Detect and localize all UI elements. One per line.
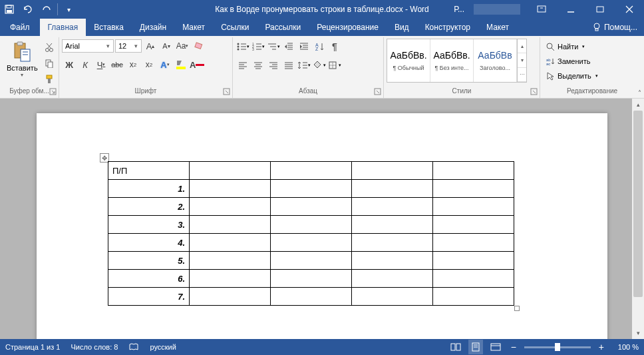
dialog-launcher-icon[interactable] [223, 88, 231, 96]
table-cell[interactable] [433, 180, 514, 198]
shading-button[interactable]: ▾ [312, 58, 327, 73]
table-cell[interactable] [190, 234, 271, 252]
clear-formatting-button[interactable] [191, 39, 206, 53]
table-cell[interactable]: 3. [108, 216, 190, 234]
ribbon-options-button[interactable] [527, 0, 556, 19]
tab-view[interactable]: Вид [387, 19, 417, 36]
text-effects-button[interactable]: A▾ [158, 57, 172, 72]
table-cell[interactable]: 6. [108, 270, 190, 288]
tab-insert[interactable]: Вставка [86, 19, 132, 36]
table-cell[interactable] [271, 234, 352, 252]
table-cell[interactable] [271, 252, 352, 270]
collapse-ribbon-button[interactable]: ˄ [638, 89, 641, 97]
tab-references[interactable]: Ссылки [213, 19, 257, 36]
table-cell[interactable]: 2. [108, 198, 190, 216]
table-cell[interactable]: 7. [108, 288, 190, 306]
table-cell[interactable] [352, 288, 433, 306]
sort-button[interactable]: AZ [312, 39, 327, 54]
table-cell[interactable] [190, 162, 271, 180]
chevron-up-icon[interactable]: ▴ [518, 39, 526, 53]
word-count-status[interactable]: Число слов: 8 [71, 343, 118, 351]
chevron-down-icon[interactable]: ▾ [518, 53, 526, 67]
line-spacing-button[interactable]: ▾ [297, 58, 311, 73]
table-cell[interactable]: 5. [108, 252, 190, 270]
bold-button[interactable]: Ж [62, 57, 77, 72]
select-button[interactable]: Выделить▾ [546, 69, 598, 83]
zoom-slider[interactable] [524, 346, 591, 348]
table-cell[interactable] [190, 216, 271, 234]
table-cell[interactable] [352, 162, 433, 180]
tab-home[interactable]: Главная [40, 19, 86, 36]
table-cell[interactable] [433, 198, 514, 216]
table-cell[interactable] [271, 162, 352, 180]
decrease-indent-button[interactable] [281, 39, 296, 54]
zoom-slider-thumb[interactable] [555, 343, 560, 351]
cut-button[interactable] [42, 40, 57, 55]
tell-me-help[interactable]: Помощ... [585, 19, 644, 36]
styles-scroll[interactable]: ▴▾⋯ [517, 39, 526, 82]
table-cell[interactable] [271, 216, 352, 234]
bullets-button[interactable]: ▾ [236, 39, 250, 54]
minimize-button[interactable] [556, 0, 585, 19]
table-cell[interactable] [271, 288, 352, 306]
table-cell[interactable] [433, 288, 514, 306]
table-cell[interactable] [190, 180, 271, 198]
paste-button[interactable]: Вставить ▾ [3, 39, 42, 79]
replace-button[interactable]: abacЗаменить [546, 55, 598, 68]
strikethrough-button[interactable]: abc [110, 57, 124, 72]
tab-layout[interactable]: Макет [174, 19, 213, 36]
table-cell[interactable] [271, 270, 352, 288]
superscript-button[interactable]: x2 [142, 57, 156, 72]
font-size-combo[interactable]: 12▾ [115, 39, 142, 53]
tab-mailings[interactable]: Рассылки [257, 19, 309, 36]
dialog-launcher-icon[interactable] [49, 88, 57, 96]
table-cell[interactable] [190, 288, 271, 306]
table-cell[interactable]: 1. [108, 180, 190, 198]
document-page[interactable]: ✥ П/П 1. 2. 3. 4. 5. 6. 7. [37, 113, 607, 339]
tab-review[interactable]: Рецензирование [309, 19, 387, 36]
table-resize-handle[interactable] [514, 306, 520, 311]
style-no-spacing[interactable]: АаБбВв.¶ Без инте... [430, 39, 474, 82]
multilevel-list-button[interactable]: ▾ [266, 39, 281, 54]
print-layout-button[interactable] [468, 340, 483, 354]
align-right-button[interactable] [266, 58, 281, 73]
qat-customize-button[interactable]: ▾ [59, 0, 78, 19]
tab-table-layout[interactable]: Макет [478, 19, 517, 36]
table-cell[interactable] [190, 198, 271, 216]
table-cell[interactable] [433, 216, 514, 234]
table-cell[interactable] [190, 270, 271, 288]
show-marks-button[interactable]: ¶ [327, 39, 342, 54]
tab-design[interactable]: Дизайн [132, 19, 174, 36]
close-button[interactable] [615, 0, 644, 19]
table-cell[interactable] [433, 270, 514, 288]
table-cell[interactable] [352, 252, 433, 270]
redo-button[interactable] [37, 0, 56, 19]
increase-indent-button[interactable] [297, 39, 311, 54]
undo-button[interactable] [19, 0, 37, 19]
align-center-button[interactable] [251, 58, 265, 73]
vertical-scrollbar[interactable]: ▴ ▾ [632, 99, 644, 339]
styles-gallery[interactable]: АаБбВв.¶ Обычный АаБбВв.¶ Без инте... Аа… [387, 39, 527, 83]
table-cell[interactable] [271, 198, 352, 216]
font-name-combo[interactable]: Arial▾ [62, 39, 114, 53]
subscript-button[interactable]: x2 [126, 57, 140, 72]
scrollbar-thumb[interactable] [633, 111, 643, 297]
table-header-cell[interactable]: П/П [108, 162, 190, 180]
table-cell[interactable] [433, 252, 514, 270]
tab-file[interactable]: Файл [0, 19, 40, 36]
table-cell[interactable] [352, 198, 433, 216]
style-heading1[interactable]: АаБбВвЗаголово... [474, 39, 517, 82]
page-status[interactable]: Страница 1 из 1 [5, 343, 60, 351]
table-cell[interactable] [352, 270, 433, 288]
table-cell[interactable] [271, 180, 352, 198]
align-left-button[interactable] [236, 58, 250, 73]
zoom-level[interactable]: 100 % [612, 343, 639, 351]
save-button[interactable] [0, 0, 19, 19]
table-cell[interactable] [352, 234, 433, 252]
more-icon[interactable]: ⋯ [518, 68, 526, 82]
maximize-button[interactable] [585, 0, 615, 19]
scroll-down-button[interactable]: ▾ [632, 327, 644, 339]
content-table[interactable]: П/П 1. 2. 3. 4. 5. 6. 7. [108, 161, 514, 306]
web-layout-button[interactable] [488, 340, 503, 354]
underline-button[interactable]: Ч▾ [94, 57, 108, 72]
